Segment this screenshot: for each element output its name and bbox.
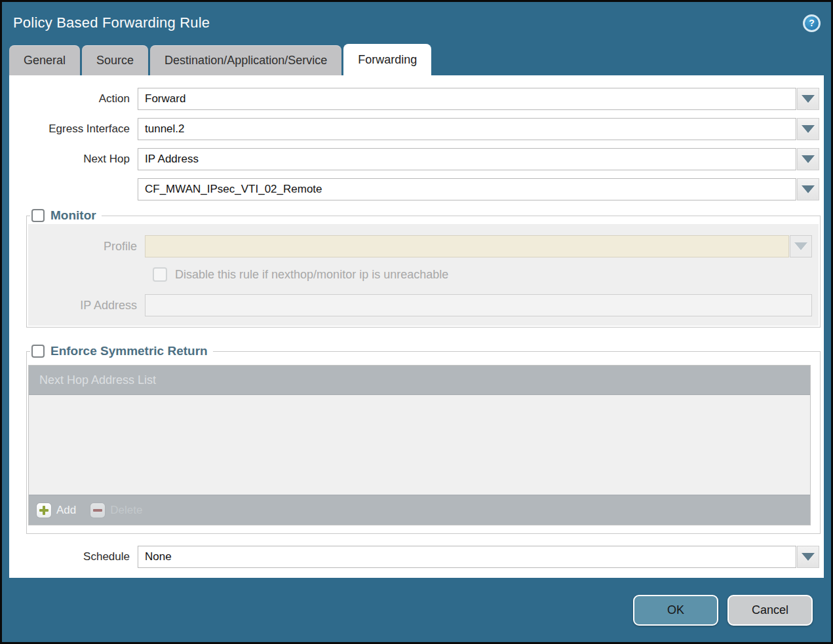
egress-interface-row: Egress Interface [9,118,824,140]
tab-strip: General Source Destination/Application/S… [2,44,831,75]
next-hop-type-input[interactable] [138,148,796,170]
tab-destination-application-service[interactable]: Destination/Application/Service [150,45,341,75]
monitor-ip-address-label: IP Address [28,299,145,313]
enforce-symmetric-return-legend-label: Enforce Symmetric Return [50,344,208,358]
titlebar: Policy Based Forwarding Rule ? [2,2,831,44]
chevron-down-icon [802,125,815,133]
next-hop-label: Next Hop [9,153,138,166]
enforce-symmetric-return-checkbox[interactable] [31,345,45,358]
add-button[interactable]: Add [37,503,76,518]
next-hop-address-dropdown-button[interactable] [797,178,819,200]
chevron-down-icon [802,95,815,103]
schedule-label: Schedule [9,550,138,563]
dialog-title: Policy Based Forwarding Rule [13,14,803,31]
action-input[interactable] [138,88,796,110]
next-hop-address-row [9,178,824,200]
next-hop-row: Next Hop [9,148,824,170]
monitor-checkbox[interactable] [31,209,45,222]
monitor-legend-label: Monitor [50,208,96,223]
schedule-dropdown-button[interactable] [797,546,819,568]
next-hop-address-list-header[interactable]: Next Hop Address List [29,366,810,395]
policy-based-forwarding-dialog: Policy Based Forwarding Rule ? General S… [0,0,833,644]
action-label: Action [9,92,138,105]
next-hop-address-list-table: Next Hop Address List Add Delete [28,365,811,525]
profile-input [145,235,789,257]
schedule-input[interactable] [138,546,796,568]
table-footer-toolbar: Add Delete [29,495,810,525]
chevron-down-icon [802,553,815,561]
disable-rule-checkbox [153,267,167,282]
enforce-symmetric-return-fieldset: Enforce Symmetric Return Next Hop Addres… [26,344,821,534]
dialog-footer: OK Cancel [2,578,831,642]
next-hop-dropdown-button[interactable] [797,148,819,170]
tab-forwarding[interactable]: Forwarding [343,44,431,75]
action-row: Action [9,88,824,110]
enforce-symmetric-return-legend: Enforce Symmetric Return [30,344,213,358]
forwarding-tab-panel: Action Egress Interface Next Hop [9,75,824,578]
next-hop-address-list-body[interactable] [29,395,810,495]
add-button-label: Add [56,504,76,517]
schedule-row: Schedule [9,546,824,568]
delete-button-label: Delete [110,504,142,517]
delete-button: Delete [90,503,142,518]
monitor-ip-address-row: IP Address [28,294,819,316]
egress-interface-input[interactable] [138,118,796,140]
disable-rule-row: Disable this rule if nexthop/monitor ip … [28,267,819,282]
profile-label: Profile [28,240,145,254]
profile-row: Profile [28,235,819,257]
ok-button[interactable]: OK [633,595,718,626]
minus-icon [90,503,105,518]
chevron-down-icon [802,155,815,163]
tab-general[interactable]: General [9,45,80,75]
cancel-button[interactable]: Cancel [727,595,813,626]
disable-rule-label: Disable this rule if nexthop/monitor ip … [175,268,448,282]
profile-dropdown-button [790,235,812,257]
monitor-legend: Monitor [30,208,102,223]
next-hop-address-input[interactable] [138,178,796,200]
help-icon[interactable]: ? [803,14,821,32]
monitor-panel: Profile Disable this rule if nexthop/mon… [28,224,819,326]
action-dropdown-button[interactable] [797,88,819,110]
chevron-down-icon [794,242,807,250]
plus-icon [37,503,51,518]
chevron-down-icon [802,185,815,193]
egress-interface-label: Egress Interface [9,123,138,136]
egress-interface-dropdown-button[interactable] [797,118,819,140]
tab-source[interactable]: Source [82,45,148,75]
monitor-fieldset: Monitor Profile Disable this rule if nex… [26,208,821,328]
monitor-ip-address-input [145,294,812,316]
